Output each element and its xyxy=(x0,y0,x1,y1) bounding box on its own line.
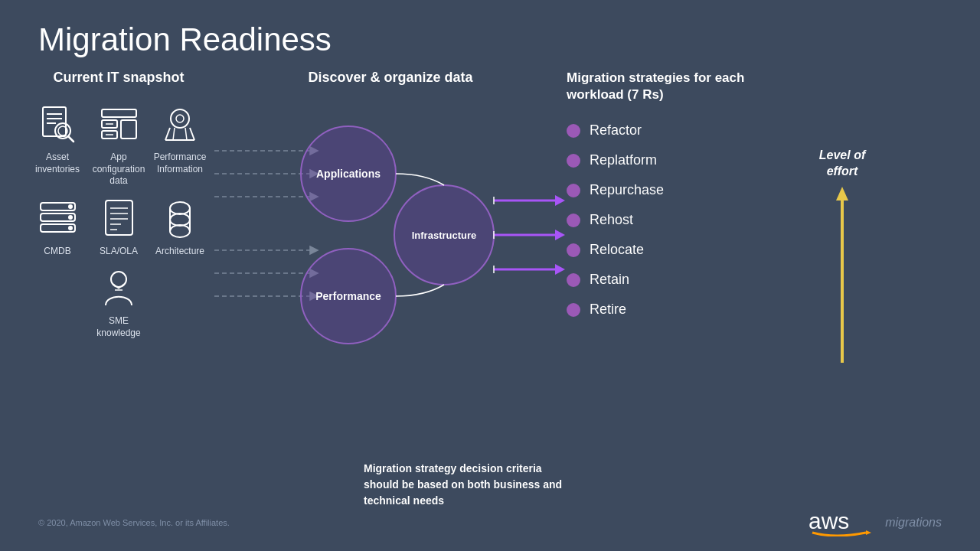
refactor-dot xyxy=(567,124,580,138)
svg-point-14 xyxy=(176,115,184,122)
sla-ola-item: SLA/OLA xyxy=(92,195,145,258)
svg-point-34 xyxy=(170,225,190,237)
architecture-label: Architecture xyxy=(155,246,204,258)
strategy-replatform: Replatform xyxy=(567,152,812,168)
svg-rect-10 xyxy=(121,120,136,139)
repurchase-label: Repurchase xyxy=(590,182,664,198)
replatform-label: Replatform xyxy=(590,152,657,168)
svg-line-15 xyxy=(165,128,170,140)
sme-icon xyxy=(96,265,142,311)
footer: © 2020, Amazon Web Services, Inc. or its… xyxy=(38,506,942,540)
svg-point-24 xyxy=(68,215,73,220)
strategies-header: Migration strategies for each workload (… xyxy=(567,70,812,103)
performance-label: Performance xyxy=(315,290,381,302)
svg-line-19 xyxy=(185,128,187,140)
performance-info-icon xyxy=(157,101,203,147)
svg-marker-65 xyxy=(836,187,848,201)
app-config-item: App configuration data xyxy=(92,101,145,187)
svg-rect-26 xyxy=(106,201,132,235)
app-config-label: App configuration data xyxy=(92,152,145,187)
sme-item: SME knowledge xyxy=(92,265,145,339)
architecture-icon xyxy=(157,195,203,241)
svg-rect-66 xyxy=(841,201,844,363)
svg-text:aws: aws xyxy=(808,508,849,533)
discover-diagram: Applications Performance Infrastructure xyxy=(214,101,567,392)
effort-section: Level of effort xyxy=(812,70,873,395)
architecture-item: Architecture xyxy=(153,195,207,258)
rehost-dot xyxy=(567,214,580,227)
svg-point-37 xyxy=(111,272,126,287)
relocate-dot xyxy=(567,243,580,257)
sme-label: SME knowledge xyxy=(92,315,145,339)
snapshot-header: Current IT snapshot xyxy=(23,70,214,86)
asset-icon xyxy=(34,101,80,147)
svg-point-32 xyxy=(170,202,190,214)
replatform-dot xyxy=(567,154,580,168)
migration-note: Migration strategy decision criteria sho… xyxy=(364,461,563,509)
asset-inventories-item: Asset inventories xyxy=(31,101,84,187)
relocate-label: Relocate xyxy=(590,242,644,258)
svg-point-23 xyxy=(68,204,73,209)
rehost-label: Rehost xyxy=(590,212,633,228)
effort-label: Level of effort xyxy=(812,148,873,180)
strategy-rehost: Rehost xyxy=(567,212,812,228)
aws-product: migrations xyxy=(885,516,942,530)
retire-label: Retire xyxy=(590,302,626,318)
infrastructure-label: Infrastructure xyxy=(412,230,477,241)
svg-point-25 xyxy=(68,226,73,230)
aws-wordmark: aws xyxy=(808,506,877,540)
refactor-label: Refactor xyxy=(590,122,642,139)
page-title: Migration Readiness xyxy=(0,0,980,66)
cmdb-label: CMDB xyxy=(44,246,70,258)
performance-info-label: Performance Information xyxy=(153,152,207,175)
discover-header: Discover & organize data xyxy=(214,70,567,86)
strategy-retire: Retire xyxy=(567,302,812,318)
svg-point-33 xyxy=(170,214,190,226)
discover-section: Discover & organize data xyxy=(214,70,567,395)
sla-icon xyxy=(96,195,142,241)
strategies-section: Migration strategies for each workload (… xyxy=(567,70,812,395)
retire-dot xyxy=(567,303,580,317)
svg-line-16 xyxy=(190,128,194,140)
svg-line-5 xyxy=(68,136,74,142)
svg-marker-68 xyxy=(866,530,871,535)
repurchase-dot xyxy=(567,184,580,197)
aws-logo-area: aws migrations xyxy=(808,506,942,540)
svg-marker-57 xyxy=(555,195,565,206)
applications-label: Applications xyxy=(316,168,381,180)
effort-arrow-svg xyxy=(835,187,850,363)
strategy-relocate: Relocate xyxy=(567,242,812,258)
cmdb-item: CMDB xyxy=(31,195,84,258)
app-icon xyxy=(96,101,142,147)
strategy-refactor: Refactor xyxy=(567,122,812,139)
snapshot-section: Current IT snapshot xyxy=(23,70,214,395)
strategies-list: Refactor Replatform Repurchase Rehost Re… xyxy=(567,122,812,318)
svg-marker-48 xyxy=(310,246,318,254)
svg-marker-59 xyxy=(555,230,565,240)
svg-point-13 xyxy=(171,109,189,128)
sla-ola-label: SLA/OLA xyxy=(100,246,138,258)
retain-label: Retain xyxy=(590,272,629,288)
retain-dot xyxy=(567,273,580,287)
svg-rect-0 xyxy=(43,107,66,136)
strategy-retain: Retain xyxy=(567,272,812,288)
svg-marker-61 xyxy=(555,264,565,275)
svg-rect-7 xyxy=(102,109,136,117)
asset-inventories-label: Asset inventories xyxy=(31,152,84,175)
performance-info-item: Performance Information xyxy=(153,101,207,187)
svg-line-18 xyxy=(173,128,175,140)
copyright: © 2020, Amazon Web Services, Inc. or its… xyxy=(38,518,230,527)
strategy-repurchase: Repurchase xyxy=(567,182,812,198)
cmdb-icon xyxy=(34,195,80,241)
